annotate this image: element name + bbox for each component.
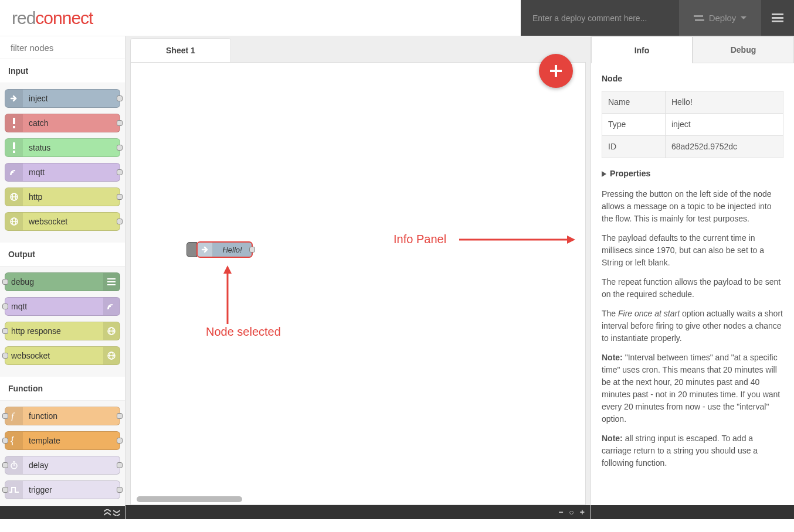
app-header: redconnect Enter a deploy comment here..…: [0, 0, 794, 36]
exclaim-icon: [5, 139, 23, 156]
tab-debug[interactable]: Debug: [693, 36, 794, 63]
annotation-node-selected: Node selected: [206, 325, 281, 339]
svg-text:{: {: [11, 436, 14, 445]
svg-rect-32: [550, 70, 562, 72]
sheet-tab[interactable]: Sheet 1: [130, 38, 231, 62]
arrow-right-icon: [198, 243, 213, 257]
palette-node-http[interactable]: http: [5, 187, 120, 206]
globe-icon: [5, 213, 23, 230]
palette-node-label: http response: [5, 326, 103, 336]
category-header[interactable]: Output: [0, 243, 125, 267]
svg-rect-1: [695, 19, 704, 21]
palette-node-label: status: [23, 143, 50, 152]
zoom-out-icon[interactable]: −: [558, 507, 563, 517]
palette-node-template[interactable]: {template: [5, 431, 120, 450]
palette-node-inject[interactable]: inject: [5, 89, 120, 108]
palette-node-label: delay: [23, 461, 48, 470]
palette-node-delay[interactable]: delay: [5, 456, 120, 475]
properties-header[interactable]: Properties: [602, 168, 783, 180]
canvas-area: Sheet 1 Hello! Info Panel Node selected: [125, 36, 591, 519]
palette-node-label: websocket: [5, 351, 103, 360]
chevron-up-icon[interactable]: [104, 509, 111, 516]
caret-right-icon: [602, 171, 606, 177]
node-palette: InputinjectcatchstatusmqtthttpwebsocketO…: [0, 36, 125, 519]
zoom-in-icon[interactable]: +: [580, 507, 585, 517]
svg-rect-18: [107, 281, 116, 282]
svg-rect-9: [13, 142, 15, 149]
category-header[interactable]: Function: [0, 377, 125, 401]
chevron-down-icon: [741, 16, 747, 20]
palette-scroll[interactable]: InputinjectcatchstatusmqtthttpwebsocketO…: [0, 59, 125, 506]
info-panel: Info Debug Node NameHello! Typeinject ID…: [591, 36, 794, 519]
zoom-reset-icon[interactable]: ○: [569, 507, 574, 517]
arrow-right-icon: [5, 90, 23, 107]
node-label: Hello!: [213, 245, 252, 254]
node-info-table: NameHello! Typeinject ID68ad252d.9752dc: [602, 91, 783, 158]
tab-info[interactable]: Info: [591, 36, 693, 63]
palette-node-label: mqtt: [23, 168, 45, 177]
table-row: NameHello!: [602, 91, 783, 114]
table-row: Typeinject: [602, 114, 783, 136]
svg-rect-17: [107, 278, 116, 279]
app-logo: redconnect: [0, 0, 521, 36]
info-paragraph: The repeat function allows the payload t…: [602, 276, 783, 301]
output-port: [117, 413, 123, 419]
filter-input[interactable]: [11, 43, 122, 53]
palette-node-debug[interactable]: debug: [5, 272, 120, 291]
svg-rect-3: [772, 17, 783, 19]
palette-node-http-response[interactable]: http response: [5, 322, 120, 340]
palette-node-label: template: [23, 436, 60, 445]
info-body: Node NameHello! Typeinject ID68ad252d.97…: [591, 63, 794, 505]
palette-node-mqtt[interactable]: mqtt: [5, 297, 120, 316]
palette-node-label: catch: [23, 118, 48, 128]
wifi-icon: [5, 163, 23, 181]
palette-node-label: inject: [23, 94, 48, 103]
palette-node-websocket[interactable]: websocket: [5, 212, 120, 231]
flow-canvas[interactable]: Hello! Info Panel Node selected: [130, 62, 586, 505]
main-content: InputinjectcatchstatusmqtthttpwebsocketO…: [0, 36, 794, 519]
svg-text:f: f: [11, 411, 15, 421]
output-port: [117, 96, 123, 101]
category-header[interactable]: Input: [0, 59, 125, 83]
node-body[interactable]: Hello!: [196, 241, 253, 258]
list-icon: [103, 273, 120, 291]
horizontal-scrollbar[interactable]: [137, 496, 242, 502]
svg-rect-7: [13, 118, 15, 124]
table-row: ID68ad252d.9752dc: [602, 136, 783, 158]
palette-node-websocket[interactable]: websocket: [5, 346, 120, 365]
palette-node-trigger[interactable]: trigger: [5, 480, 120, 499]
svg-rect-8: [13, 126, 15, 128]
svg-rect-2: [772, 13, 783, 15]
input-port: [2, 487, 8, 493]
chevron-down-icon[interactable]: [113, 509, 120, 516]
menu-button[interactable]: [761, 0, 794, 36]
palette-node-label: trigger: [23, 485, 52, 495]
input-port: [2, 438, 8, 444]
output-port: [117, 438, 123, 444]
palette-node-status[interactable]: status: [5, 138, 120, 157]
tab-bar: Sheet 1: [125, 36, 591, 62]
svg-rect-4: [772, 21, 783, 22]
input-port: [2, 462, 8, 468]
info-paragraph: The payload defaults to the current time…: [602, 232, 783, 269]
palette-node-catch[interactable]: catch: [5, 114, 120, 132]
palette-node-mqtt[interactable]: mqtt: [5, 163, 120, 182]
filter-box: [0, 36, 125, 59]
palette-node-function[interactable]: ffunction: [5, 407, 120, 425]
output-port: [117, 169, 123, 175]
annotation-info-panel: Info Panel: [393, 233, 446, 246]
inject-trigger-button[interactable]: [186, 242, 197, 257]
deploy-comment-input[interactable]: Enter a deploy comment here...: [521, 0, 679, 36]
globe-icon: [5, 188, 23, 206]
canvas-footer: − ○ +: [125, 505, 591, 519]
info-paragraph: Note: all string input is escaped. To ad…: [602, 432, 783, 469]
add-button[interactable]: [539, 54, 573, 88]
wifi-icon: [103, 298, 120, 315]
deploy-button[interactable]: Deploy: [679, 0, 761, 36]
input-port: [2, 353, 8, 359]
exclaim-icon: [5, 114, 23, 132]
globe-icon: [103, 347, 120, 364]
inject-node-instance[interactable]: Hello!: [186, 241, 253, 258]
info-paragraph: Note: "Interval between times" and "at a…: [602, 352, 783, 425]
output-port[interactable]: [249, 247, 255, 253]
